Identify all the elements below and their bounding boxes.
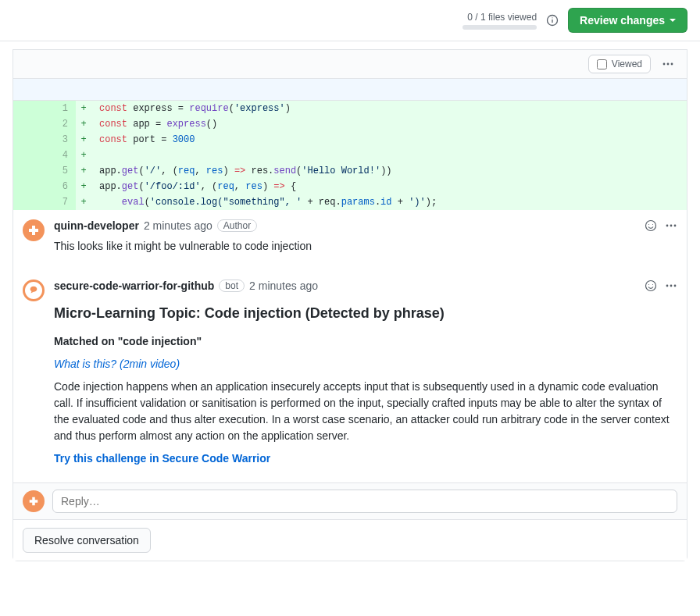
avatar[interactable] bbox=[23, 280, 45, 301]
file-kebab-icon[interactable] bbox=[659, 55, 677, 73]
svg-point-6 bbox=[646, 221, 656, 231]
code-cell bbox=[91, 148, 687, 163]
topic-heading: Micro-Learning Topic: Code injection (De… bbox=[54, 303, 674, 324]
code-cell: const port = 3000 bbox=[91, 132, 687, 148]
comment-body: Micro-Learning Topic: Code injection (De… bbox=[54, 303, 674, 467]
line-num-old bbox=[13, 194, 45, 210]
reply-area bbox=[13, 482, 687, 519]
code-cell: eval('console.log("something", ' + req.p… bbox=[91, 194, 687, 210]
svg-point-12 bbox=[646, 281, 656, 291]
svg-point-16 bbox=[670, 285, 673, 287]
comment-actions bbox=[645, 280, 677, 294]
diff-marker: + bbox=[76, 132, 91, 148]
challenge-link[interactable]: Try this challenge in Secure Code Warrio… bbox=[54, 452, 270, 465]
top-bar: 0 / 1 files viewed Review changes bbox=[0, 0, 700, 41]
video-link[interactable]: What is this? (2min video) bbox=[54, 358, 180, 370]
svg-point-3 bbox=[663, 63, 666, 66]
review-changes-button[interactable]: Review changes bbox=[568, 8, 688, 33]
line-num-old bbox=[13, 163, 45, 179]
comment-body: This looks like it might be vulnerable t… bbox=[54, 238, 674, 255]
line-num-new: 4 bbox=[45, 148, 76, 163]
caret-down-icon bbox=[670, 19, 676, 22]
diff-hunk-header bbox=[13, 79, 687, 101]
reply-input[interactable] bbox=[52, 490, 677, 513]
line-num-new: 1 bbox=[45, 101, 76, 116]
kebab-icon[interactable] bbox=[665, 219, 677, 234]
svg-point-5 bbox=[671, 63, 673, 66]
matched-subheading: Matched on "code injection" bbox=[54, 333, 674, 350]
emoji-icon[interactable] bbox=[645, 280, 657, 294]
code-cell: app.get('/foo/:id', (req, res) => { bbox=[91, 179, 687, 194]
comment-time[interactable]: 2 minutes ago bbox=[249, 280, 318, 292]
file-header: Viewed bbox=[12, 49, 688, 79]
comment-author[interactable]: secure-code-warrior-for-github bbox=[54, 280, 214, 292]
diff-marker: + bbox=[76, 179, 91, 194]
progress-bar bbox=[462, 25, 537, 30]
avatar[interactable] bbox=[23, 219, 45, 241]
emoji-icon[interactable] bbox=[645, 219, 657, 234]
files-viewed-text: 0 / 1 files viewed bbox=[467, 12, 537, 23]
author-badge: Author bbox=[217, 219, 257, 232]
bot-badge: bot bbox=[219, 280, 245, 292]
svg-point-8 bbox=[652, 224, 653, 225]
line-num-old bbox=[13, 148, 45, 163]
comment-actions bbox=[645, 219, 677, 234]
svg-point-11 bbox=[674, 225, 677, 227]
description-text: Code injection happens when an applicati… bbox=[54, 379, 674, 444]
code-line: 3+const port = 3000 bbox=[13, 132, 687, 148]
comment-text: This looks like it might be vulnerable t… bbox=[54, 238, 674, 255]
code-line: 6+app.get('/foo/:id', (req, res) => { bbox=[13, 179, 687, 194]
line-num-old bbox=[13, 116, 45, 132]
line-num-old bbox=[13, 179, 45, 194]
svg-point-15 bbox=[666, 285, 669, 287]
svg-point-13 bbox=[648, 284, 649, 285]
svg-point-2 bbox=[552, 17, 552, 18]
diff-marker: + bbox=[76, 116, 91, 132]
code-line: 5+app.get('/', (req, res) => res.send('H… bbox=[13, 163, 687, 179]
avatar[interactable] bbox=[23, 490, 45, 512]
svg-point-9 bbox=[666, 225, 669, 227]
line-num-new: 3 bbox=[45, 132, 76, 148]
info-icon[interactable] bbox=[546, 14, 559, 27]
review-changes-label: Review changes bbox=[580, 14, 665, 27]
diff-marker: + bbox=[76, 101, 91, 116]
line-num-new: 2 bbox=[45, 116, 76, 132]
svg-point-4 bbox=[667, 63, 670, 66]
line-num-new: 6 bbox=[45, 179, 76, 194]
code-line: 2+const app = express() bbox=[13, 116, 687, 132]
code-cell: app.get('/', (req, res) => res.send('Hel… bbox=[91, 163, 687, 179]
code-cell: const app = express() bbox=[91, 116, 687, 132]
files-viewed-wrap: 0 / 1 files viewed bbox=[462, 12, 537, 30]
viewed-label: Viewed bbox=[612, 59, 642, 69]
comment: quinn-developer 2 minutes ago Author Thi… bbox=[13, 210, 687, 270]
diff-marker: + bbox=[76, 194, 91, 210]
diff-marker: + bbox=[76, 163, 91, 179]
kebab-icon[interactable] bbox=[665, 280, 677, 294]
svg-point-7 bbox=[648, 224, 649, 225]
code-line: 1+const express = require('express') bbox=[13, 101, 687, 116]
line-num-old bbox=[13, 132, 45, 148]
diff-marker: + bbox=[76, 148, 91, 163]
line-num-old bbox=[13, 101, 45, 116]
code-table: 1+const express = require('express')2+co… bbox=[13, 101, 687, 210]
comment: secure-code-warrior-for-github bot 2 min… bbox=[13, 270, 687, 482]
resolve-button[interactable]: Resolve conversation bbox=[23, 528, 151, 553]
comment-time[interactable]: 2 minutes ago bbox=[144, 219, 212, 232]
resolve-area: Resolve conversation bbox=[13, 519, 687, 561]
comment-header: quinn-developer 2 minutes ago Author bbox=[54, 219, 674, 232]
svg-point-14 bbox=[652, 284, 653, 285]
svg-point-17 bbox=[674, 285, 677, 287]
code-line: 7+ eval('console.log("something", ' + re… bbox=[13, 194, 687, 210]
viewed-checkbox[interactable] bbox=[597, 59, 607, 69]
code-cell: const express = require('express') bbox=[91, 101, 687, 116]
line-num-new: 7 bbox=[45, 194, 76, 210]
comment-author[interactable]: quinn-developer bbox=[54, 219, 139, 232]
comments-wrap: quinn-developer 2 minutes ago Author Thi… bbox=[12, 210, 688, 561]
code-line: 4+ bbox=[13, 148, 687, 163]
svg-point-10 bbox=[670, 225, 673, 227]
line-num-new: 5 bbox=[45, 163, 76, 179]
viewed-toggle[interactable]: Viewed bbox=[588, 55, 651, 73]
diff-container: 1+const express = require('express')2+co… bbox=[12, 79, 688, 210]
comment-header: secure-code-warrior-for-github bot 2 min… bbox=[54, 280, 674, 292]
